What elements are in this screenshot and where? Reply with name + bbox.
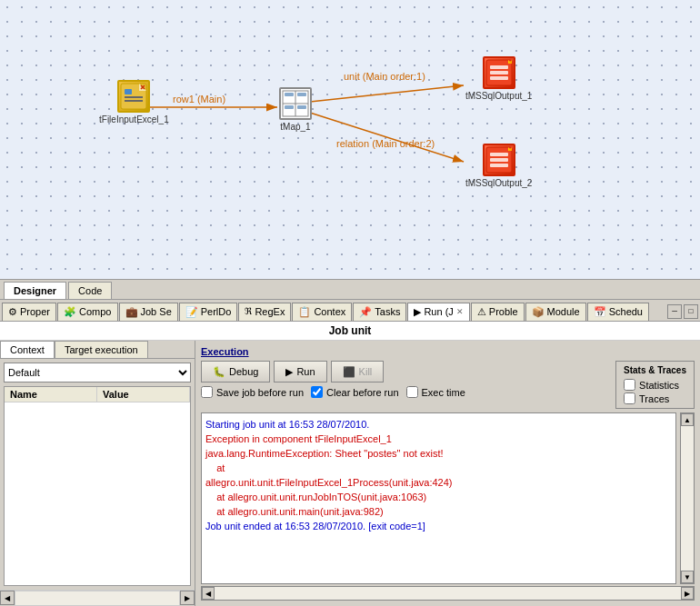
component-label-tmssqloutput1: tMSSqlOutput_1 bbox=[465, 91, 532, 101]
component-label-tmap: tMap_1 bbox=[280, 122, 310, 132]
execution-area: Execution 🐛 Debug ▶ Run ⬛ bbox=[195, 341, 700, 606]
console-wrap: Starting job unit at 16:53 28/07/2010.Ex… bbox=[201, 412, 695, 584]
jobse-icon: 💼 bbox=[125, 304, 138, 319]
scroll-left-btn[interactable]: ◀ bbox=[0, 591, 15, 605]
tab-contex[interactable]: 📋 Contex bbox=[292, 303, 352, 321]
context-select-wrap: Default bbox=[0, 359, 195, 386]
execution-label: Execution bbox=[201, 346, 695, 357]
tab-perldo[interactable]: 📝 PerlDo bbox=[179, 303, 238, 321]
sidebar-tabs: Context Target execution bbox=[0, 341, 195, 359]
tab-designer[interactable]: Designer bbox=[4, 282, 66, 299]
tasks-icon: 📌 bbox=[359, 304, 372, 319]
sidebar-tab-context[interactable]: Context bbox=[0, 341, 55, 358]
svg-rect-17 bbox=[297, 93, 306, 96]
traces-checkbox[interactable]: Traces bbox=[624, 392, 686, 404]
svg-rect-16 bbox=[285, 93, 294, 96]
statistics-input[interactable] bbox=[624, 379, 635, 391]
run-button[interactable]: ▶ Run bbox=[274, 361, 326, 382]
compo-icon: 🧩 bbox=[64, 304, 76, 319]
svg-rect-19 bbox=[297, 105, 306, 109]
scroll-down-btn[interactable]: ▼ bbox=[681, 571, 694, 583]
tab-module[interactable]: 📦 Module bbox=[525, 303, 586, 321]
svg-rect-23 bbox=[490, 76, 508, 80]
svg-rect-28 bbox=[490, 158, 508, 162]
component-tfileinputexcel[interactable]: tFileInputExcel_1 bbox=[99, 80, 169, 124]
clear-before-run-input[interactable] bbox=[311, 386, 323, 398]
svg-rect-22 bbox=[490, 71, 508, 75]
sidebar-table: Name Value bbox=[4, 386, 191, 586]
exec-time-input[interactable] bbox=[406, 386, 418, 398]
designer-code-tabs: Designer Code bbox=[0, 280, 700, 300]
tab-tasks[interactable]: 📌 Tasks bbox=[353, 303, 406, 321]
scroll-right-h-btn[interactable]: ▶ bbox=[681, 587, 694, 600]
regex-icon: ℜ bbox=[245, 304, 252, 319]
scroll-up-btn[interactable]: ▲ bbox=[681, 413, 694, 426]
col-name: Name bbox=[5, 387, 97, 402]
component-tmssqloutput1[interactable]: tMSSqlOutput_1 bbox=[465, 56, 532, 101]
minimize-btn[interactable]: ─ bbox=[667, 304, 682, 319]
scroll-left-h-btn[interactable]: ◀ bbox=[202, 587, 215, 600]
maximize-btn[interactable]: □ bbox=[684, 304, 698, 319]
tab-regex[interactable]: ℜ RegEx bbox=[238, 303, 291, 321]
sidebar-table-header: Name Value bbox=[5, 387, 190, 402]
run-icon: ▶ bbox=[285, 366, 293, 378]
proper-icon: ⚙ bbox=[8, 304, 17, 319]
svg-text:unit (Main order:1): unit (Main order:1) bbox=[344, 71, 425, 82]
clear-before-run-checkbox[interactable]: Clear before run bbox=[311, 386, 399, 398]
svg-line-5 bbox=[310, 113, 464, 162]
stats-title: Stats & Traces bbox=[624, 365, 686, 375]
svg-text:row1 (Main): row1 (Main) bbox=[173, 94, 225, 104]
debug-button[interactable]: 🐛 Debug bbox=[201, 361, 270, 382]
debug-icon: 🐛 bbox=[213, 366, 225, 378]
stats-inner: Stats & Traces Statistics Traces bbox=[615, 361, 695, 409]
controls-stats-row: 🐛 Debug ▶ Run ⬛ Kill bbox=[201, 361, 695, 409]
buttons-row: 🐛 Debug ▶ Run ⬛ Kill bbox=[201, 361, 465, 382]
stats-clear-row: Stats & Traces Statistics Traces bbox=[615, 361, 695, 409]
save-before-run-checkbox[interactable]: Save job before run bbox=[201, 386, 304, 398]
component-tmap[interactable]: tMap_1 bbox=[279, 87, 312, 132]
tab-controls: ─ □ bbox=[667, 304, 698, 319]
tab-schedu[interactable]: 📅 Schedu bbox=[587, 303, 649, 321]
svg-rect-29 bbox=[490, 164, 508, 167]
save-before-run-input[interactable] bbox=[201, 386, 213, 398]
main-content: Context Target execution Default Name Va… bbox=[0, 341, 700, 606]
svg-text:relation (Main order:2): relation (Main order:2) bbox=[336, 138, 435, 149]
console-output[interactable]: Starting job unit at 16:53 28/07/2010.Ex… bbox=[201, 412, 676, 584]
component-label-fileinput: tFileInputExcel_1 bbox=[99, 114, 169, 124]
scrollbar-track-h[interactable] bbox=[215, 587, 681, 600]
schedu-icon: 📅 bbox=[594, 304, 606, 319]
contex-icon: 📋 bbox=[298, 304, 311, 319]
scrollbar-track-v[interactable] bbox=[681, 426, 694, 571]
svg-line-3 bbox=[310, 85, 464, 102]
console-scrollbar-v[interactable]: ▲ ▼ bbox=[680, 412, 695, 584]
statistics-checkbox[interactable]: Statistics bbox=[624, 379, 686, 391]
tab-close-icon[interactable]: ✕ bbox=[456, 304, 464, 319]
connections-svg: row1 (Main) unit (Main order:1) relation… bbox=[0, 0, 700, 279]
tab-runj[interactable]: ▶ Run (J ✕ bbox=[407, 303, 469, 321]
tab-proper[interactable]: ⚙ Proper bbox=[2, 303, 56, 321]
component-tmssqloutput2[interactable]: tMSSqlOutput_2 bbox=[465, 144, 532, 188]
svg-rect-9 bbox=[125, 96, 143, 98]
tab-jobse[interactable]: 💼 Job Se bbox=[119, 303, 178, 321]
proble-icon: ⚠ bbox=[477, 304, 486, 319]
exec-time-checkbox[interactable]: Exec time bbox=[406, 386, 465, 398]
context-select[interactable]: Default bbox=[4, 363, 191, 382]
traces-input[interactable] bbox=[624, 392, 635, 404]
canvas-area: row1 (Main) unit (Main order:1) relation… bbox=[0, 0, 700, 280]
tab-code[interactable]: Code bbox=[68, 282, 112, 299]
svg-rect-27 bbox=[490, 153, 508, 156]
module-icon: 📦 bbox=[532, 304, 545, 319]
scroll-right-btn[interactable]: ▶ bbox=[180, 591, 195, 605]
left-sidebar: Context Target execution Default Name Va… bbox=[0, 341, 195, 606]
svg-rect-18 bbox=[285, 105, 294, 109]
kill-button[interactable]: ⬛ Kill bbox=[331, 361, 385, 382]
tab-compo[interactable]: 🧩 Compo bbox=[57, 303, 117, 321]
job-title: Job unit bbox=[0, 322, 700, 341]
sidebar-tab-target[interactable]: Target execution bbox=[55, 341, 148, 358]
sidebar-scrollbar: ◀ ▶ bbox=[0, 590, 195, 606]
kill-icon: ⬛ bbox=[343, 366, 355, 378]
svg-rect-8 bbox=[125, 89, 132, 94]
tab-proble[interactable]: ⚠ Proble bbox=[471, 303, 525, 321]
scroll-track[interactable] bbox=[15, 591, 180, 606]
console-scrollbar-h[interactable]: ◀ ▶ bbox=[201, 586, 695, 601]
